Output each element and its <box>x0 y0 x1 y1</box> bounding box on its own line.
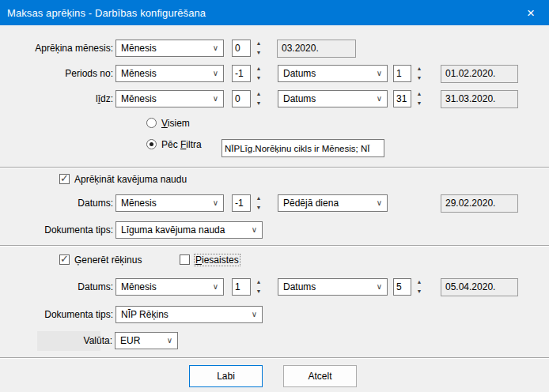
invoice-day-input[interactable] <box>393 278 411 296</box>
period-to-offset-input[interactable] <box>232 90 251 107</box>
spinner-down-icon[interactable]: ▼ <box>256 288 262 295</box>
late-fee-offset-input[interactable] <box>232 194 251 212</box>
spinner-up-icon[interactable]: ▲ <box>256 195 262 202</box>
spinner-up-icon[interactable]: ▲ <box>256 91 262 97</box>
period-to-unit-combo[interactable]: Mēnesis ∨ <box>115 90 224 107</box>
generate-invoices-checkbox[interactable]: ✓ Ģenerēt rēķinus <box>59 254 142 266</box>
title-bar: Maksas aprēķins - Darbības konfigurēšana… <box>0 0 549 25</box>
ok-button[interactable]: Labi <box>189 365 263 387</box>
cancel-button[interactable]: Atcelt <box>283 365 357 387</box>
separator <box>0 167 549 168</box>
spinner-down-icon[interactable]: ▼ <box>256 205 262 211</box>
combo-value: Mēnesis <box>121 68 157 79</box>
chevron-down-icon: ∨ <box>252 307 257 322</box>
period-to-label: līdz: <box>0 90 113 107</box>
close-button[interactable]: × <box>513 0 549 25</box>
spinner-up-icon[interactable]: ▲ <box>417 66 422 72</box>
late-fee-spinner[interactable]: ▲ ▼ <box>253 194 264 212</box>
radio-pec-filtra[interactable]: Pēc Filtra <box>146 138 202 150</box>
invoice-day-unit-combo[interactable]: Datums ∨ <box>278 278 388 296</box>
chevron-down-icon: ∨ <box>377 279 382 295</box>
spinner-down-icon[interactable]: ▼ <box>417 75 422 81</box>
period-from-unit-combo[interactable]: Mēnesis ∨ <box>115 65 224 82</box>
late-fee-result: 29.02.2020. <box>441 194 518 213</box>
combo-value: Mēnesis <box>121 281 157 292</box>
period-to-spinner[interactable]: ▲ ▼ <box>253 90 264 107</box>
combo-value: Līguma kavējuma nauda <box>121 224 225 236</box>
late-fee-unit-combo[interactable]: Mēnesis ∨ <box>115 194 224 212</box>
combo-value: Pēdējā diena <box>283 198 339 209</box>
combo-value: Mēnesis <box>121 43 157 54</box>
calc-month-label: Aprēķina mēnesis: <box>0 40 113 57</box>
checkbox-box: ✓ <box>59 174 70 184</box>
calc-month-result: 03.2020. <box>277 40 356 58</box>
filter-input[interactable] <box>221 139 384 157</box>
invoice-day-spinner[interactable]: ▲ ▼ <box>414 278 425 296</box>
chevron-down-icon: ∨ <box>377 91 382 107</box>
separator <box>0 245 549 247</box>
chevron-down-icon: ∨ <box>377 195 382 211</box>
late-fee-date-label: Datums: <box>0 194 113 212</box>
spinner-up-icon[interactable]: ▲ <box>256 279 262 285</box>
invoice-result: 05.04.2020. <box>441 278 518 296</box>
period-from-spinner[interactable]: ▲ ▼ <box>253 65 264 82</box>
period-from-offset-input[interactable] <box>232 65 251 82</box>
spinner-up-icon[interactable]: ▲ <box>417 279 422 285</box>
checkbox-label: Piesaistes <box>195 254 240 266</box>
chevron-down-icon: ∨ <box>213 91 218 107</box>
late-fee-checkbox[interactable]: ✓ Aprēķināt kavējuma naudu <box>59 173 187 185</box>
late-fee-day-unit-combo[interactable]: Pēdējā diena ∨ <box>278 194 388 212</box>
chevron-down-icon: ∨ <box>213 66 218 81</box>
currency-combo[interactable]: EUR ∨ <box>115 332 178 349</box>
calc-month-spinner[interactable]: ▲ ▼ <box>253 40 264 57</box>
late-fee-doctype-combo[interactable]: Līguma kavējuma nauda ∨ <box>115 221 263 239</box>
radio-dot <box>150 142 153 146</box>
spinner-up-icon[interactable]: ▲ <box>417 91 422 97</box>
radio-circle <box>146 139 157 149</box>
calc-month-offset-input[interactable] <box>232 40 251 57</box>
dialog-window: Maksas aprēķins - Darbības konfigurēšana… <box>0 0 549 392</box>
invoice-spinner[interactable]: ▲ ▼ <box>253 278 264 296</box>
calc-month-unit-combo[interactable]: Mēnesis ∨ <box>115 40 224 57</box>
separator <box>0 357 549 359</box>
combo-value: Mēnesis <box>121 198 157 209</box>
check-icon: ✓ <box>60 172 69 184</box>
spinner-down-icon[interactable]: ▼ <box>417 100 422 107</box>
invoice-offset-input[interactable] <box>232 278 251 296</box>
combo-value: Datums <box>283 93 316 104</box>
period-from-day-spinner[interactable]: ▲ ▼ <box>414 65 425 82</box>
combo-value: EUR <box>120 335 140 346</box>
period-to-day-unit-combo[interactable]: Datums ∨ <box>278 90 388 107</box>
combo-value: Datums <box>283 281 316 292</box>
chevron-down-icon: ∨ <box>213 40 218 56</box>
chevron-down-icon: ∨ <box>252 222 257 238</box>
invoice-unit-combo[interactable]: Mēnesis ∨ <box>115 278 224 296</box>
radio-visiem[interactable]: Visiem <box>146 117 190 129</box>
spinner-up-icon[interactable]: ▲ <box>256 40 262 47</box>
spinner-down-icon[interactable]: ▼ <box>417 288 422 295</box>
checkbox-box: ✓ <box>59 254 70 265</box>
period-from-day-input[interactable] <box>393 65 411 82</box>
spinner-down-icon[interactable]: ▼ <box>256 75 262 81</box>
radio-circle <box>146 118 157 128</box>
period-to-day-spinner[interactable]: ▲ ▼ <box>414 90 425 107</box>
chevron-down-icon: ∨ <box>167 333 172 349</box>
invoice-date-label: Datums: <box>0 278 113 296</box>
period-to-result: 31.03.2020. <box>441 90 518 108</box>
period-to-day-input[interactable] <box>393 90 411 107</box>
window-title: Maksas aprēķins - Darbības konfigurēšana <box>7 7 206 19</box>
period-from-result: 01.02.2020. <box>441 65 518 83</box>
spinner-down-icon[interactable]: ▼ <box>256 100 262 107</box>
invoice-doctype-combo[interactable]: NĪP Rēķins ∨ <box>115 306 263 323</box>
period-from-day-unit-combo[interactable]: Datums ∨ <box>278 65 388 82</box>
attachments-checkbox[interactable]: Piesaistes <box>180 254 240 266</box>
combo-value: NĪP Rēķins <box>121 309 168 320</box>
spinner-down-icon[interactable]: ▼ <box>256 50 262 56</box>
combo-value: Mēnesis <box>121 93 157 104</box>
radio-label: Visiem <box>161 118 190 129</box>
chevron-down-icon: ∨ <box>213 279 218 295</box>
check-icon: ✓ <box>60 253 69 265</box>
spinner-up-icon[interactable]: ▲ <box>256 66 262 72</box>
checkbox-label: Aprēķināt kavējuma naudu <box>74 174 187 185</box>
close-icon: × <box>527 6 535 20</box>
